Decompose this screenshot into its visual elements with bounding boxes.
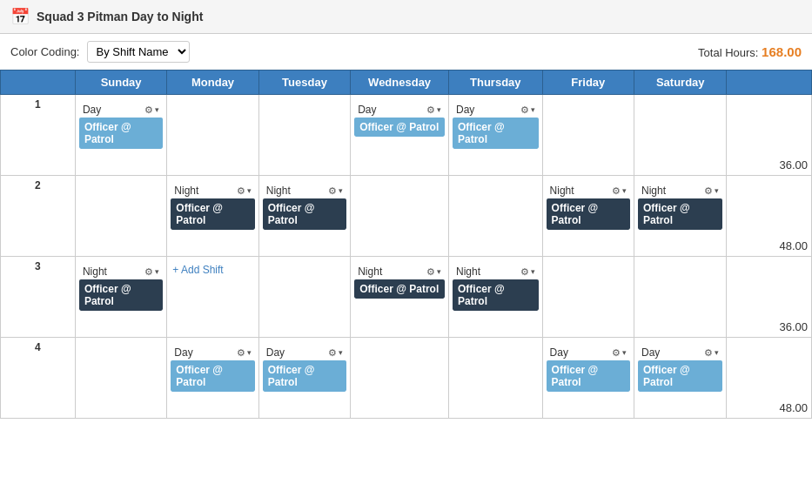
shift-gear-button[interactable]: ⚙▾ xyxy=(426,266,441,278)
page-title: Squad 3 Pitman Day to Night xyxy=(37,10,203,24)
day-cell-tuesday xyxy=(258,95,350,176)
shift-name: Day xyxy=(174,346,192,359)
row-total: 48.00 xyxy=(727,176,812,257)
calendar-body: 1Day⚙▾Officer @ PatrolDay⚙▾Officer @ Pat… xyxy=(1,95,812,419)
shift-assignment[interactable]: Officer @ Patrol xyxy=(453,118,539,149)
day-cell-friday xyxy=(542,257,634,338)
shift-assignment[interactable]: Officer @ Patrol xyxy=(638,198,722,230)
shift-gear-button[interactable]: ⚙▾ xyxy=(144,266,159,278)
shift-gear-button[interactable]: ⚙▾ xyxy=(612,185,627,197)
day-cell-saturday: Night⚙▾Officer @ Patrol xyxy=(634,176,727,257)
shift-gear-button[interactable]: ⚙▾ xyxy=(612,347,627,359)
calendar-header-row: SundayMondayTuesdayWednesdayThursdayFrid… xyxy=(1,71,812,95)
add-shift-button[interactable]: + Add Shift xyxy=(171,260,254,279)
day-cell-saturday xyxy=(634,95,727,176)
day-cell-saturday xyxy=(634,257,727,338)
week-row: 2Night⚙▾Officer @ PatrolNight⚙▾Officer @… xyxy=(1,176,812,257)
day-cell-thursday: Night⚙▾Officer @ Patrol xyxy=(449,257,543,338)
shift-block: Night⚙▾Officer @ Patrol xyxy=(79,264,163,311)
shift-assignment[interactable]: Officer @ Patrol xyxy=(638,360,722,392)
color-coding-label: Color Coding: xyxy=(10,45,80,58)
calendar-table: SundayMondayTuesdayWednesdayThursdayFrid… xyxy=(0,70,812,419)
day-cell-monday: Day⚙▾Officer @ Patrol xyxy=(167,338,258,419)
shift-name: Night xyxy=(641,185,666,197)
day-cell-monday: Night⚙▾Officer @ Patrol xyxy=(167,176,258,257)
shift-name: Day xyxy=(358,104,376,116)
shift-header: Night⚙▾ xyxy=(79,264,163,279)
shift-assignment[interactable]: Officer @ Patrol xyxy=(79,118,163,149)
shift-header: Day⚙▾ xyxy=(171,345,254,360)
shift-assignment[interactable]: Officer @ Patrol xyxy=(171,360,254,392)
day-cell-sunday: Night⚙▾Officer @ Patrol xyxy=(75,257,166,338)
shift-gear-button[interactable]: ⚙▾ xyxy=(520,266,535,278)
header-thursday: Thursday xyxy=(449,71,543,95)
shift-assignment[interactable]: Officer @ Patrol xyxy=(79,279,163,311)
day-cell-thursday: Day⚙▾Officer @ Patrol xyxy=(449,95,543,176)
shift-header: Day⚙▾ xyxy=(79,102,163,118)
shift-gear-button[interactable]: ⚙▾ xyxy=(144,104,159,116)
shift-gear-button[interactable]: ⚙▾ xyxy=(704,185,719,197)
calendar-icon: 📅 xyxy=(10,7,30,26)
shift-assignment[interactable]: Officer @ Patrol xyxy=(263,198,346,230)
header-sunday: Sunday xyxy=(75,71,166,95)
day-cell-wednesday xyxy=(351,176,449,257)
color-coding-section: Color Coding: By Shift Name By Position … xyxy=(10,41,190,63)
shift-header: Night⚙▾ xyxy=(453,264,539,279)
shift-header: Day⚙▾ xyxy=(638,345,722,360)
shift-block: Day⚙▾Officer @ Patrol xyxy=(171,345,254,392)
week-number: 3 xyxy=(1,257,76,338)
shift-name: Night xyxy=(358,265,382,278)
shift-header: Night⚙▾ xyxy=(354,264,445,279)
shift-block: Night⚙▾Officer @ Patrol xyxy=(354,264,445,299)
shift-name: Day xyxy=(83,104,101,116)
shift-name: Day xyxy=(550,346,568,359)
shift-name: Night xyxy=(266,185,291,197)
shift-block: Night⚙▾Officer @ Patrol xyxy=(171,183,254,230)
day-cell-sunday xyxy=(75,176,166,257)
shift-gear-button[interactable]: ⚙▾ xyxy=(237,185,252,197)
shift-gear-button[interactable]: ⚙▾ xyxy=(704,347,719,359)
shift-name: Day xyxy=(641,346,660,359)
week-row: 1Day⚙▾Officer @ PatrolDay⚙▾Officer @ Pat… xyxy=(1,95,812,176)
row-total: 36.00 xyxy=(727,95,812,176)
shift-header: Night⚙▾ xyxy=(638,183,722,198)
day-cell-wednesday: Night⚙▾Officer @ Patrol xyxy=(351,257,449,338)
week-row: 3Night⚙▾Officer @ Patrol+ Add ShiftNight… xyxy=(1,257,812,338)
total-hours: Total Hours: 168.00 xyxy=(698,44,802,59)
shift-block: Day⚙▾Officer @ Patrol xyxy=(79,102,163,149)
shift-assignment[interactable]: Officer @ Patrol xyxy=(263,360,346,392)
shift-block: Night⚙▾Officer @ Patrol xyxy=(638,183,722,230)
shift-gear-button[interactable]: ⚙▾ xyxy=(328,347,343,359)
header-friday: Friday xyxy=(542,71,634,95)
shift-block: Day⚙▾Officer @ Patrol xyxy=(354,102,445,137)
day-cell-wednesday xyxy=(351,338,449,419)
shift-header: Day⚙▾ xyxy=(354,102,445,118)
toolbar: Color Coding: By Shift Name By Position … xyxy=(0,34,812,70)
day-cell-friday: Day⚙▾Officer @ Patrol xyxy=(542,338,634,419)
title-bar: 📅 Squad 3 Pitman Day to Night xyxy=(0,0,812,34)
shift-assignment[interactable]: Officer @ Patrol xyxy=(354,118,445,137)
week-row: 4Day⚙▾Officer @ PatrolDay⚙▾Officer @ Pat… xyxy=(1,338,812,419)
color-coding-select[interactable]: By Shift Name By Position By Employee xyxy=(87,41,190,63)
shift-gear-button[interactable]: ⚙▾ xyxy=(328,185,343,197)
total-hours-value: 168.00 xyxy=(762,44,802,59)
shift-gear-button[interactable]: ⚙▾ xyxy=(237,347,252,359)
shift-block: Day⚙▾Officer @ Patrol xyxy=(638,345,722,392)
shift-name: Night xyxy=(456,265,480,278)
row-total: 36.00 xyxy=(727,257,812,338)
day-cell-friday: Night⚙▾Officer @ Patrol xyxy=(542,176,634,257)
shift-assignment[interactable]: Officer @ Patrol xyxy=(547,198,630,230)
header-monday: Monday xyxy=(167,71,258,95)
day-cell-friday xyxy=(542,95,634,176)
shift-assignment[interactable]: Officer @ Patrol xyxy=(171,198,254,230)
day-cell-tuesday: Day⚙▾Officer @ Patrol xyxy=(258,338,350,419)
shift-assignment[interactable]: Officer @ Patrol xyxy=(547,360,630,392)
shift-block: Night⚙▾Officer @ Patrol xyxy=(453,264,539,311)
shift-assignment[interactable]: Officer @ Patrol xyxy=(354,279,445,299)
shift-assignment[interactable]: Officer @ Patrol xyxy=(453,279,539,311)
week-number: 2 xyxy=(1,176,76,257)
day-cell-monday xyxy=(167,95,258,176)
shift-gear-button[interactable]: ⚙▾ xyxy=(520,104,535,116)
shift-gear-button[interactable]: ⚙▾ xyxy=(426,104,441,116)
day-cell-saturday: Day⚙▾Officer @ Patrol xyxy=(634,338,727,419)
